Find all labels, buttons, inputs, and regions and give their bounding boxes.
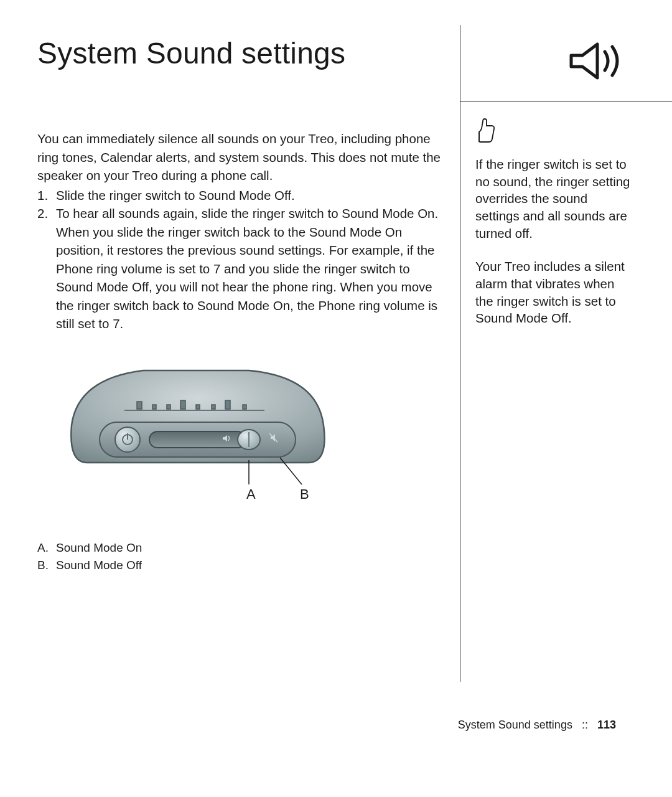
legend-b-text: Sound Mode Off — [56, 557, 142, 575]
tip-icon — [475, 118, 497, 143]
svg-rect-1 — [137, 402, 142, 409]
footer-section: System Sound settings — [458, 719, 572, 731]
svg-rect-8 — [243, 405, 246, 409]
diagram-label-b: B — [300, 486, 309, 502]
device-diagram: A B — [62, 363, 441, 503]
step-2: To hear all sounds again, slide the ring… — [37, 204, 441, 223]
svg-rect-5 — [196, 405, 200, 409]
intro-paragraph: You can immediately silence all sounds o… — [37, 130, 441, 185]
sidebar-column: If the ringer switch is set to no sound,… — [460, 25, 635, 682]
svg-rect-6 — [212, 405, 215, 409]
sidebar-divider — [460, 101, 672, 102]
device-illustration: A B — [62, 363, 336, 503]
footer-separator: :: — [582, 719, 588, 731]
svg-rect-3 — [167, 405, 170, 409]
step-1: Slide the ringer switch to Sound Mode Of… — [37, 186, 441, 205]
sidebar-tip-2: Your Treo includes a silent alarm that v… — [475, 258, 635, 327]
page-title: System Sound settings — [37, 36, 441, 70]
steps-list: Slide the ringer switch to Sound Mode Of… — [37, 186, 441, 223]
legend-b-letter: B. — [37, 557, 56, 575]
diagram-legend: A. Sound Mode On B. Sound Mode Off — [37, 539, 441, 575]
sidebar-tip-1: If the ringer switch is set to no sound,… — [475, 156, 635, 242]
footer-page-number: 113 — [597, 719, 616, 731]
svg-rect-2 — [152, 405, 156, 409]
svg-rect-7 — [225, 400, 230, 409]
main-column: System Sound settings You can immediatel… — [37, 25, 447, 682]
diagram-label-a: A — [246, 486, 256, 502]
svg-rect-4 — [180, 400, 185, 409]
continuation-paragraph: When you slide the ringer switch back to… — [37, 223, 441, 333]
svg-rect-13 — [149, 432, 246, 448]
legend-a-text: Sound Mode On — [56, 539, 142, 557]
page-footer: System Sound settings :: 113 — [458, 719, 616, 732]
legend-a-letter: A. — [37, 539, 56, 557]
speaker-icon — [566, 40, 628, 85]
